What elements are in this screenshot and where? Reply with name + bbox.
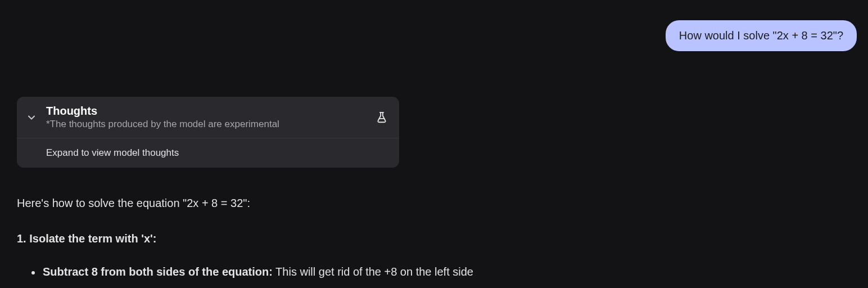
thoughts-header[interactable]: Thoughts *The thoughts produced by the m…	[17, 97, 399, 138]
bullet-text: Subtract 8 from both sides of the equati…	[43, 266, 473, 278]
thoughts-body[interactable]: Expand to view model thoughts	[17, 138, 399, 168]
thoughts-panel: Thoughts *The thoughts produced by the m…	[17, 97, 399, 168]
thoughts-subtitle: *The thoughts produced by the model are …	[46, 119, 368, 130]
flask-icon	[376, 111, 388, 124]
thoughts-title: Thoughts	[46, 105, 368, 118]
user-message-text: How would I solve "2x + 8 = 32"?	[679, 29, 843, 42]
bullet-dot-icon	[31, 271, 35, 274]
list-item: Subtract 8 from both sides of the equati…	[17, 266, 851, 278]
answer-block: Here's how to solve the equation "2x + 8…	[17, 197, 851, 278]
bullet-rest: This will get rid of the +8 on the left …	[273, 266, 473, 278]
bullet-bold: Subtract 8 from both sides of the equati…	[43, 266, 273, 278]
thoughts-expand-text: Expand to view model thoughts	[46, 147, 388, 159]
answer-intro: Here's how to solve the equation "2x + 8…	[17, 197, 851, 210]
chevron-down-icon[interactable]	[25, 111, 38, 124]
thoughts-title-block: Thoughts *The thoughts produced by the m…	[46, 105, 368, 130]
user-message-bubble: How would I solve "2x + 8 = 32"?	[666, 20, 857, 51]
step-heading-1: 1. Isolate the term with 'x':	[17, 232, 851, 245]
